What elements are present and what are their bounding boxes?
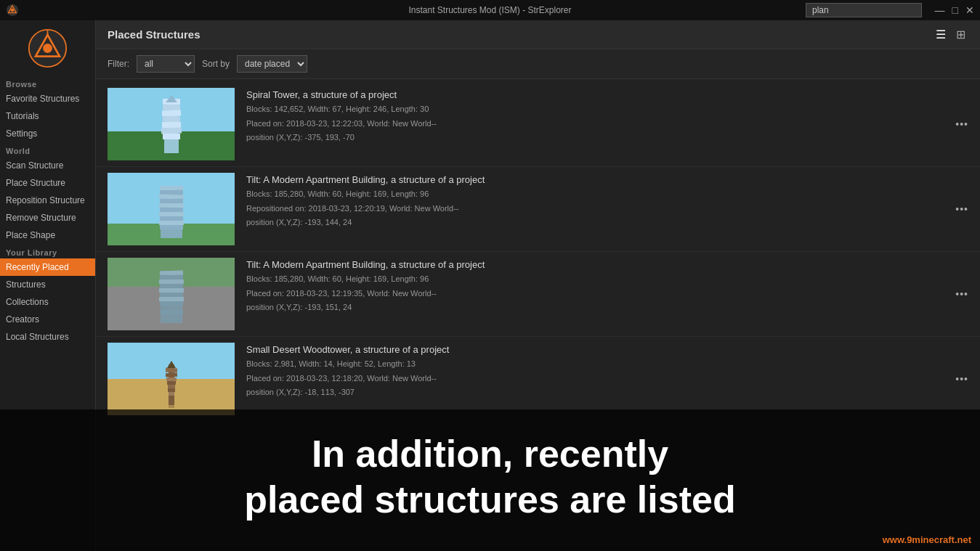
structure-name: Small Desert Woodtower, a structure of a… [246,344,968,355]
structure-position: position (X,Y,Z): -193, 151, 24 [246,301,968,314]
svg-rect-38 [165,368,177,373]
structure-position: position (X,Y,Z): -193, 144, 24 [246,216,968,229]
structure-name: Tilt: A Modern Apartment Building, a str… [246,174,968,185]
titlebar: Instant Structures Mod (ISM) - StrExplor… [0,0,980,20]
svg-rect-28 [159,270,182,275]
window-controls: — □ ✕ [935,4,974,16]
maximize-button[interactable]: □ [952,4,958,16]
svg-rect-40 [166,377,176,381]
structure-info: Spiral Tower, a structure of a project B… [246,88,968,146]
structure-name: Tilt: A Modern Apartment Building, a str… [246,259,968,270]
svg-marker-45 [167,361,176,368]
sortby-select[interactable]: date placed name size [237,55,307,73]
svg-rect-29 [159,275,182,280]
more-options-button[interactable]: ••• [955,288,968,300]
minimize-button[interactable]: — [935,4,945,16]
sidebar-item-collections[interactable]: Collections [0,293,95,311]
table-row: Tilt: A Modern Apartment Building, a str… [96,252,980,337]
sidebar-item-local-structures[interactable]: Local Structures [0,328,95,346]
structure-position: position (X,Y,Z): -375, 193, -70 [246,131,968,144]
thumb-building-icon [142,265,201,330]
svg-rect-35 [160,301,183,306]
svg-rect-10 [161,110,180,117]
sidebar-item-favorite-structures[interactable]: Favorite Structures [0,90,95,107]
svg-rect-32 [159,288,184,293]
structure-info: Tilt: A Modern Apartment Building, a str… [246,258,968,316]
svg-rect-36 [160,310,183,314]
sidebar-item-creators[interactable]: Creators [0,311,95,328]
svg-point-5 [43,44,52,53]
svg-rect-14 [163,134,180,139]
structure-blocks: Blocks: 185,280, Width: 60, Height: 169,… [246,273,968,285]
sidebar-item-place-structure[interactable]: Place Structure [0,174,95,192]
svg-rect-43 [167,388,174,392]
sortby-label: Sort by [202,59,230,69]
structure-thumbnail [108,343,235,415]
filter-label: Filter: [108,59,129,69]
svg-rect-11 [162,115,179,122]
sidebar-item-structures[interactable]: Structures [0,276,95,293]
svg-rect-18 [159,190,182,195]
grid-view-button[interactable]: ⊞ [953,26,968,43]
library-section-label: Your Library [0,244,95,258]
svg-rect-44 [169,392,174,396]
sidebar-item-tutorials[interactable]: Tutorials [0,107,95,125]
structure-placed: Placed on: 2018-03-23, 12:19:35, World: … [246,287,968,300]
sidebar-item-place-shape[interactable]: Place Shape [0,226,95,244]
svg-rect-13 [161,128,181,134]
watermark: www.9minecraft.net [883,534,971,545]
svg-rect-24 [160,216,183,221]
logo-icon [28,28,68,68]
more-options-button[interactable]: ••• [955,373,968,385]
world-section-label: World [0,142,95,157]
more-options-button[interactable]: ••• [955,118,968,130]
structure-name: Spiral Tower, a structure of a project [246,89,968,100]
svg-rect-25 [159,221,184,225]
svg-rect-23 [159,212,184,216]
thumb-building-icon [142,180,201,245]
structure-placed: Placed on: 2018-03-23, 12:22:03, World: … [246,118,968,130]
thumb-building-icon [142,350,201,415]
svg-point-2 [11,9,15,12]
search-input[interactable] [806,3,922,17]
close-button[interactable]: ✕ [965,4,974,16]
overlay-text: In addition, recentlyplaced structures a… [29,431,951,522]
structure-placed: Repositioned on: 2018-03-23, 12:20:19, W… [246,203,968,215]
sidebar-item-settings[interactable]: Settings [0,125,95,142]
svg-rect-39 [165,373,177,377]
page-title: Placed Structures [108,28,201,41]
structure-thumbnail [108,173,235,245]
more-options-button[interactable]: ••• [955,203,968,215]
structure-position: position (X,Y,Z): -18, 113, -307 [246,386,968,399]
svg-rect-33 [160,293,183,297]
structure-blocks: Blocks: 142,652, Width: 67, Height: 246,… [246,103,968,115]
sidebar-item-remove-structure[interactable]: Remove Structure [0,209,95,226]
svg-rect-9 [162,105,179,111]
svg-rect-17 [160,186,183,190]
filter-select[interactable]: all favorites recent [137,55,195,73]
content-header: Placed Structures ☰ ⊞ [96,20,980,49]
sidebar-item-recently-placed[interactable]: Recently Placed [0,258,95,276]
sidebar-item-reposition-structure[interactable]: Reposition Structure [0,192,95,209]
thumb-building-icon [142,95,201,160]
svg-rect-22 [159,208,182,213]
sidebar-item-scan-structure[interactable]: Scan Structure [0,157,95,174]
filter-row: Filter: all favorites recent Sort by dat… [96,49,980,79]
svg-rect-31 [159,284,182,289]
svg-rect-30 [159,279,184,284]
svg-rect-41 [167,381,176,385]
list-view-button[interactable]: ☰ [933,26,949,43]
svg-rect-20 [159,198,182,203]
overlay-text-container: In addition, recentlyplaced structures a… [0,409,980,551]
browse-section-label: Browse [0,75,95,90]
view-toggles: ☰ ⊞ [933,26,968,43]
sidebar-logo [26,26,70,70]
structure-blocks: Blocks: 2,981, Width: 14, Height: 52, Le… [246,358,968,370]
svg-rect-19 [158,194,183,199]
svg-rect-26 [160,225,183,229]
svg-rect-21 [159,203,184,208]
structure-placed: Placed on: 2018-03-23, 12:18:20, World: … [246,372,968,385]
svg-rect-12 [162,122,181,128]
table-row: Spiral Tower, a structure of a project B… [96,82,980,167]
structure-info: Small Desert Woodtower, a structure of a… [246,343,968,401]
